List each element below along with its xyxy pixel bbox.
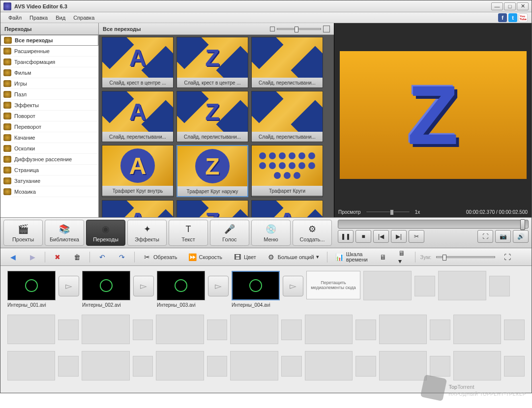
empty-transition-slot[interactable] <box>207 320 228 340</box>
clip-thumb[interactable] <box>232 271 280 300</box>
transition-slot[interactable]: ▻ <box>59 276 79 296</box>
empty-transition-slot[interactable] <box>430 356 450 377</box>
main-tab-Меню[interactable]: 💿Меню <box>251 220 291 246</box>
transition-thumb[interactable]: A <box>251 200 323 217</box>
category-item[interactable]: Поворот <box>0 111 98 121</box>
empty-transition-slot[interactable] <box>281 356 302 377</box>
empty-transition-slot[interactable] <box>355 320 376 340</box>
empty-transition-slot[interactable] <box>355 356 376 377</box>
empty-clip-slot[interactable] <box>230 315 278 344</box>
empty-clip-slot[interactable] <box>305 351 353 380</box>
clip-thumb[interactable] <box>7 271 56 300</box>
empty-transition-slot[interactable] <box>489 276 510 296</box>
category-item[interactable]: Игры <box>0 78 98 89</box>
empty-clip-slot[interactable] <box>379 315 427 344</box>
preview-speed-slider[interactable] <box>366 211 410 213</box>
transition-thumb[interactable]: ZСлайд, крест в центре ... <box>177 37 248 88</box>
empty-clip-slot[interactable] <box>82 315 129 344</box>
fullscreen-button[interactable]: ⛶ <box>477 230 493 243</box>
category-item[interactable]: Качание <box>0 132 98 143</box>
tl-crop-button[interactable]: ✂Обрезать <box>140 251 180 263</box>
menu-file[interactable]: Файл <box>4 14 26 22</box>
volume-button[interactable]: 🔊 <box>513 230 529 243</box>
main-tab-Проекты[interactable]: 🎬Проекты <box>3 220 43 246</box>
empty-clip-slot[interactable] <box>438 271 486 300</box>
preview-video[interactable]: Z <box>334 23 532 206</box>
minimize-button[interactable]: — <box>491 2 503 10</box>
empty-clip-slot[interactable] <box>230 351 278 380</box>
tl-zoom-slider[interactable] <box>436 256 495 258</box>
empty-transition-slot[interactable] <box>414 276 435 296</box>
main-tab-Эффекты[interactable]: ✦Эффекты <box>127 220 167 246</box>
tl-color-button[interactable]: 🎞Цвет <box>230 251 259 263</box>
empty-clip-slot[interactable] <box>453 351 501 380</box>
empty-transition-slot[interactable] <box>133 356 153 377</box>
category-item[interactable]: Фильм <box>0 67 98 78</box>
menu-view[interactable]: Вид <box>52 14 69 22</box>
clip[interactable]: Интерны_004.avi <box>232 271 280 308</box>
category-item[interactable]: Расширенные <box>0 46 98 57</box>
category-item[interactable]: Диффузное рассеяние <box>0 154 98 165</box>
close-button[interactable]: ✕ <box>517 2 529 10</box>
empty-clip-slot[interactable] <box>82 351 129 380</box>
empty-clip-slot[interactable] <box>305 315 353 344</box>
category-item[interactable]: Страница <box>0 165 98 175</box>
empty-clip-slot[interactable] <box>7 351 55 380</box>
tl-timescale-button[interactable]: 📊Шкалавремени <box>332 251 371 263</box>
tl-monitor2-button[interactable]: 🖥▾ <box>395 251 410 263</box>
main-tab-Создать...[interactable]: ⚙Создать... <box>293 220 332 246</box>
tl-undo-button[interactable]: ↶ <box>95 251 110 263</box>
tl-more-button[interactable]: ⚙Больше опций▾ <box>264 251 322 263</box>
categories-list[interactable]: Все переходыРасширенныеТрансформацияФиль… <box>0 35 98 217</box>
transition-thumb[interactable]: AСлайд, крест в центре ... <box>102 37 174 88</box>
tl-delete2-button[interactable]: 🗑 <box>70 251 85 263</box>
tl-fwd-button[interactable]: ▶ <box>25 251 40 263</box>
empty-transition-slot[interactable] <box>430 320 450 340</box>
tl-monitor1-button[interactable]: 🖥 <box>376 251 390 263</box>
tl-delete-button[interactable]: ✖ <box>50 251 65 263</box>
transition-thumb[interactable]: Слайд, перелистывани... <box>251 37 323 88</box>
empty-transition-slot[interactable] <box>504 356 525 377</box>
empty-transition-slot[interactable] <box>207 356 228 377</box>
empty-transition-slot[interactable] <box>133 320 153 340</box>
menu-help[interactable]: Справка <box>69 14 98 22</box>
empty-transition-slot[interactable] <box>58 356 79 377</box>
category-item[interactable]: Трансформация <box>0 57 98 67</box>
menu-edit[interactable]: Правка <box>26 14 52 22</box>
split-button[interactable]: ✂ <box>409 230 424 243</box>
main-tab-Библиотека[interactable]: 📚Библиотека <box>45 220 84 246</box>
twitter-icon[interactable]: t <box>508 13 517 22</box>
main-tab-Переходы[interactable]: ◉Переходы <box>86 220 125 246</box>
transition-thumb[interactable]: Z <box>177 200 248 217</box>
dropzone[interactable]: Перетащить медиаэлементы сюда <box>306 271 360 299</box>
empty-clip-slot[interactable] <box>7 315 55 344</box>
transition-slot[interactable]: ▻ <box>208 276 229 296</box>
clip[interactable]: Интерны_001.avi <box>7 271 56 308</box>
empty-transition-slot[interactable] <box>281 320 302 340</box>
transition-thumb[interactable]: ZТрафарет Круг наружу <box>177 145 248 197</box>
youtube-icon[interactable]: YouTube <box>519 13 528 22</box>
category-item[interactable]: Эффекты <box>0 100 98 111</box>
empty-transition-slot[interactable] <box>504 320 525 340</box>
clip-thumb[interactable] <box>82 271 130 300</box>
category-item[interactable]: Мозаика <box>0 186 98 197</box>
pause-button[interactable]: ❚❚ <box>338 230 354 243</box>
category-item[interactable]: Переворот <box>0 121 98 132</box>
main-tab-Текст[interactable]: TТекст <box>169 220 208 246</box>
empty-clip-slot[interactable] <box>363 271 412 300</box>
main-tab-Голос[interactable]: 🎤Голос <box>210 220 249 246</box>
category-item[interactable]: Пазл <box>0 89 98 100</box>
snapshot-button[interactable]: 📷 <box>495 230 511 243</box>
empty-clip-slot[interactable] <box>156 351 204 380</box>
transition-thumb[interactable]: AТрафарет Круг внутрь <box>102 145 174 197</box>
tl-speed-button[interactable]: ⏩Скорость <box>185 251 226 263</box>
empty-clip-slot[interactable] <box>156 315 204 344</box>
tl-zoom-fit-button[interactable]: ⛶ <box>500 251 515 263</box>
zoom-slider[interactable] <box>277 28 321 30</box>
facebook-icon[interactable]: f <box>498 13 507 22</box>
transition-thumb[interactable]: Трафарет Круги <box>251 145 323 197</box>
transition-slot[interactable]: ▻ <box>283 276 303 296</box>
empty-clip-slot[interactable] <box>379 351 427 380</box>
category-item[interactable]: Осколки <box>0 143 98 154</box>
transition-thumb[interactable]: AСлайд, перелистывани... <box>102 91 174 142</box>
